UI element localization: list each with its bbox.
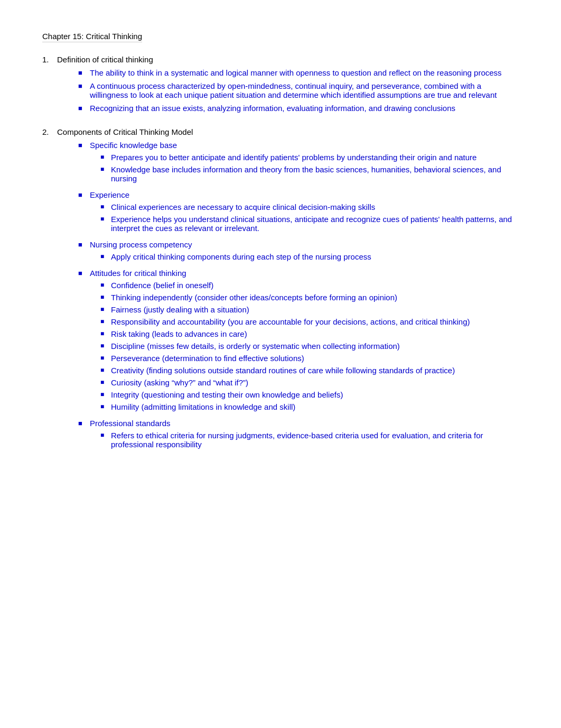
list-item: ■ Confidence (belief in oneself) xyxy=(100,281,519,290)
list-item: ■ Perseverance (determination to find ef… xyxy=(100,354,519,363)
list-item: ■ Integrity (questioning and testing the… xyxy=(100,390,519,399)
list-item: ■ Humility (admitting limitations in kno… xyxy=(100,402,519,411)
list-item: ■ Risk taking (leads to advances in care… xyxy=(100,329,519,338)
sub-bullet-icon: ■ xyxy=(100,318,108,326)
sub-bullet-icon: ■ xyxy=(100,354,108,363)
sub-bullet-icon: ■ xyxy=(100,330,108,338)
page-container: Chapter 15: Critical Thinking 1. Definit… xyxy=(42,32,519,456)
sub-bullet-icon: ■ xyxy=(100,153,108,162)
bullet-icon: ■ xyxy=(78,69,87,77)
bullet-icon: ■ xyxy=(78,419,87,452)
list-item: ■ Refers to ethical criteria for nursing… xyxy=(100,431,519,449)
list-item: ■ Prepares you to better anticipate and … xyxy=(100,153,519,162)
page-title: Chapter 15: Critical Thinking xyxy=(42,32,142,42)
section-1-title: Definition of critical thinking xyxy=(57,55,519,64)
bullet-icon: ■ xyxy=(78,241,87,264)
bullet-icon: ■ xyxy=(78,82,87,99)
section-1-number: 1. xyxy=(42,55,53,117)
list-item: ■ Specific knowledge base ■ Prepares you… xyxy=(78,141,519,186)
component-subitems: ■ Refers to ethical criteria for nursing… xyxy=(90,431,519,449)
sub-bullet-icon: ■ xyxy=(100,366,108,375)
bullet-icon: ■ xyxy=(78,104,87,113)
list-item: ■ Apply critical thinking components dur… xyxy=(100,252,519,261)
list-item: ■ Professional standards ■ Refers to eth… xyxy=(78,419,519,452)
list-item: ■ Experience ■ Clinical experiences are … xyxy=(78,190,519,236)
component-name: Professional standards xyxy=(90,419,171,428)
sub-bullet-icon: ■ xyxy=(100,165,108,183)
section-2: 2. Components of Critical Thinking Model… xyxy=(42,127,519,456)
list-item: ■ Fairness (justly dealing with a situat… xyxy=(100,305,519,314)
bullet-icon: ■ xyxy=(78,191,87,236)
sub-bullet-icon: ■ xyxy=(100,203,108,211)
section-2-title: Components of Critical Thinking Model xyxy=(57,127,519,136)
component-name: Experience xyxy=(90,190,129,199)
component-subitems: ■ Prepares you to better anticipate and … xyxy=(90,153,519,183)
list-item: ■ Creativity (finding solutions outside … xyxy=(100,366,519,375)
component-name: Attitudes for critical thinking xyxy=(90,269,186,278)
bullet-icon: ■ xyxy=(78,269,87,414)
list-item: ■ Experience helps you understand clinic… xyxy=(100,215,519,233)
list-item: ■ Nursing process competency ■ Apply cri… xyxy=(78,240,519,264)
section-1-bullets: ■ The ability to think in a systematic a… xyxy=(57,68,519,113)
component-subitems: ■ Clinical experiences are necessary to … xyxy=(90,202,519,233)
list-item: ■ Discipline (misses few details, is ord… xyxy=(100,342,519,351)
sub-bullet-icon: ■ xyxy=(100,293,108,302)
list-item: ■ Thinking independently (consider other… xyxy=(100,293,519,302)
section-1: 1. Definition of critical thinking ■ The… xyxy=(42,55,519,117)
section-2-number: 2. xyxy=(42,127,53,456)
component-name: Nursing process competency xyxy=(90,240,192,249)
sub-bullet-icon: ■ xyxy=(100,379,108,387)
list-item: ■ Recognizing that an issue exists, anal… xyxy=(78,104,519,113)
sub-bullet-icon: ■ xyxy=(100,281,108,290)
bullet-icon: ■ xyxy=(78,141,87,186)
list-item: ■ Clinical experiences are necessary to … xyxy=(100,202,519,211)
list-item: ■ Knowledge base includes information an… xyxy=(100,165,519,183)
list-item: ■ Curiosity (asking “why?” and “what if?… xyxy=(100,378,519,387)
components-list: ■ Specific knowledge base ■ Prepares you… xyxy=(57,141,519,452)
sub-bullet-icon: ■ xyxy=(100,306,108,314)
component-subitems: ■ Confidence (belief in oneself) ■ Think… xyxy=(90,281,519,411)
list-item: ■ A continuous process characterized by … xyxy=(78,81,519,99)
sub-bullet-icon: ■ xyxy=(100,253,108,261)
sub-bullet-icon: ■ xyxy=(100,391,108,399)
list-item: ■ Attitudes for critical thinking ■ Conf… xyxy=(78,269,519,414)
sub-bullet-icon: ■ xyxy=(100,215,108,233)
list-item: ■ Responsibility and accountability (you… xyxy=(100,317,519,326)
component-subitems: ■ Apply critical thinking components dur… xyxy=(90,252,519,261)
sub-bullet-icon: ■ xyxy=(100,403,108,411)
sub-bullet-icon: ■ xyxy=(100,342,108,351)
list-item: ■ The ability to think in a systematic a… xyxy=(78,68,519,77)
sub-bullet-icon: ■ xyxy=(100,431,108,449)
component-name: Specific knowledge base xyxy=(90,141,177,150)
